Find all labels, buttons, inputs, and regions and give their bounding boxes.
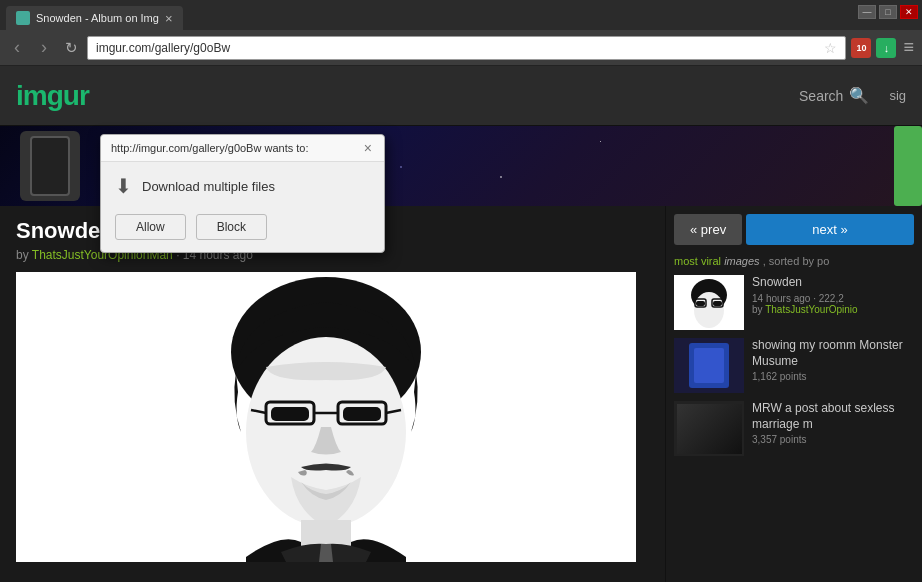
viral-points-2: 1,162 points — [752, 371, 914, 382]
ext-download[interactable]: ↓ — [876, 38, 896, 58]
nav-bar: ‹ › ↻ imgur.com/gallery/g0oBw ☆ 10 ↓ ≡ — [0, 30, 922, 66]
tab-close-btn[interactable]: × — [165, 11, 173, 26]
forward-btn[interactable]: › — [33, 37, 55, 59]
banner-cta-btn[interactable] — [894, 126, 922, 206]
browser-chrome: Snowden - Album on Img × — □ ✕ ‹ › ↻ img… — [0, 0, 922, 66]
right-panel: « prev next » most viral images , sorted… — [665, 206, 922, 582]
next-btn[interactable]: next » — [746, 214, 914, 245]
download-icon: ⬇ — [115, 174, 132, 198]
viral-title-3: MRW a post about sexless marriage m — [752, 401, 914, 432]
address-text: imgur.com/gallery/g0oBw — [96, 41, 230, 55]
window-close-btn[interactable]: ✕ — [900, 5, 918, 19]
viral-title-2: showing my roomm Monster Musume — [752, 338, 914, 369]
page-content: imgur Search 🔍 sig the Imgur Mobile App!… — [0, 66, 922, 582]
svg-rect-12 — [696, 301, 705, 306]
nav-buttons: « prev next » — [674, 214, 914, 245]
banner-phone — [20, 131, 80, 201]
svg-rect-3 — [343, 407, 381, 421]
star-icon: ☆ — [824, 40, 837, 56]
svg-rect-13 — [713, 301, 722, 306]
viral-item-1[interactable]: Snowden 14 hours ago · 222,2 by ThatsJus… — [674, 275, 914, 330]
imgur-logo[interactable]: imgur — [16, 80, 89, 112]
viral-meta-1: 14 hours ago · 222,2 — [752, 293, 858, 304]
maximize-btn[interactable]: □ — [879, 5, 897, 19]
main-layout: Snowden by ThatsJustYourOpinionMan · 14 … — [0, 206, 922, 582]
sign-in[interactable]: sig — [889, 88, 906, 103]
viral-points-3: 3,357 points — [752, 434, 914, 445]
svg-rect-2 — [271, 407, 309, 421]
viral-info-1: Snowden 14 hours ago · 222,2 by ThatsJus… — [752, 275, 858, 330]
search-icon[interactable]: 🔍 — [849, 86, 869, 105]
viral-thumb-3 — [674, 401, 744, 456]
dialog-permission-row: ⬇ Download multiple files — [115, 174, 370, 198]
prev-btn[interactable]: « prev — [674, 214, 742, 245]
search-area: Search 🔍 — [799, 86, 869, 105]
dialog-header: http://imgur.com/gallery/g0oBw wants to:… — [101, 135, 384, 162]
tab-favicon — [16, 11, 30, 25]
svg-point-11 — [694, 292, 724, 328]
dialog-body: ⬇ Download multiple files Allow Block — [101, 162, 384, 252]
dialog-url-text: http://imgur.com/gallery/g0oBw wants to: — [111, 142, 308, 154]
album-image — [16, 272, 636, 562]
viral-item-3[interactable]: MRW a post about sexless marriage m 3,35… — [674, 401, 914, 456]
reload-btn[interactable]: ↻ — [60, 37, 82, 59]
block-btn[interactable]: Block — [196, 214, 267, 240]
viral-author-1: by ThatsJustYourOpinio — [752, 304, 858, 315]
ext-ublock[interactable]: 10 — [851, 38, 871, 58]
permission-dialog: http://imgur.com/gallery/g0oBw wants to:… — [100, 134, 385, 253]
left-panel: Snowden by ThatsJustYourOpinionMan · 14 … — [0, 206, 665, 582]
dialog-permission-text: Download multiple files — [142, 179, 275, 194]
viral-item-2[interactable]: showing my roomm Monster Musume 1,162 po… — [674, 338, 914, 393]
viral-thumb-2 — [674, 338, 744, 393]
window-controls: — □ ✕ — [858, 5, 918, 19]
viral-thumb-1 — [674, 275, 744, 330]
viral-info-3: MRW a post about sexless marriage m 3,35… — [752, 401, 914, 456]
active-tab[interactable]: Snowden - Album on Img × — [6, 6, 183, 30]
viral-list: Snowden 14 hours ago · 222,2 by ThatsJus… — [674, 275, 914, 456]
search-label: Search — [799, 88, 843, 104]
tab-bar: Snowden - Album on Img × — □ ✕ — [0, 0, 922, 30]
imgur-header: imgur Search 🔍 sig — [0, 66, 922, 126]
snowden-portrait — [16, 272, 636, 562]
viral-header: most viral images , sorted by po — [674, 255, 914, 267]
minimize-btn[interactable]: — — [858, 5, 876, 19]
back-btn[interactable]: ‹ — [6, 37, 28, 59]
viral-title-1: Snowden — [752, 275, 858, 291]
viral-info-2: showing my roomm Monster Musume 1,162 po… — [752, 338, 914, 393]
allow-btn[interactable]: Allow — [115, 214, 186, 240]
dialog-close-btn[interactable]: × — [362, 141, 374, 155]
address-bar[interactable]: imgur.com/gallery/g0oBw ☆ — [87, 36, 846, 60]
dialog-buttons: Allow Block — [115, 214, 370, 240]
tab-title: Snowden - Album on Img — [36, 12, 159, 24]
menu-btn[interactable]: ≡ — [901, 37, 916, 58]
